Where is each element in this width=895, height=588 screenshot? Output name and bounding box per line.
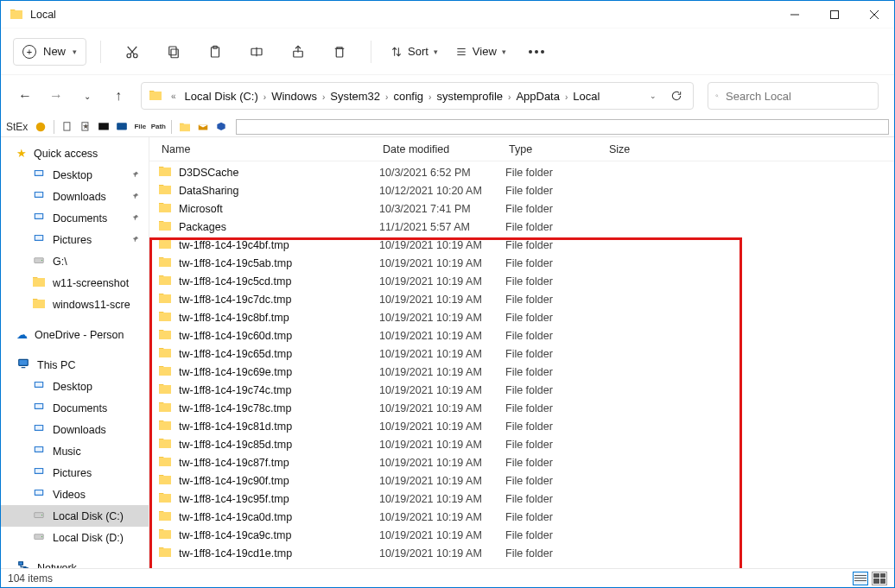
breadcrumb-item[interactable]: systemprofile (433, 90, 506, 103)
file-row[interactable]: tw-1ff8-1c4-19c87f.tmp10/19/2021 10:19 A… (149, 453, 894, 471)
close-button[interactable] (854, 1, 894, 28)
this-pc[interactable]: This PC (1, 354, 149, 376)
new-button[interactable]: + New ▾ (13, 38, 86, 66)
desktop-icon (32, 379, 46, 394)
sidebar-item[interactable]: Music (1, 440, 149, 462)
status-bar: 104 items (1, 568, 894, 587)
search-box[interactable] (708, 82, 879, 110)
box-icon[interactable] (214, 120, 228, 134)
more-button[interactable] (518, 38, 555, 66)
file-row[interactable]: tw-1ff8-1c4-19c7dc.tmp10/19/2021 10:19 A… (149, 290, 894, 308)
file-row[interactable]: tw-1ff8-1c4-19c8bf.tmp10/19/2021 10:19 A… (149, 308, 894, 326)
file-row[interactable]: Packages11/1/2021 5:57 AMFile folder (149, 218, 894, 236)
details-view-button[interactable] (853, 572, 868, 585)
documents-icon (32, 401, 46, 415)
history-chevron[interactable]: ⌄ (79, 87, 96, 104)
file-row[interactable]: tw-1ff8-1c4-19c5ab.tmp10/19/2021 10:19 A… (149, 254, 894, 272)
breadcrumb-item[interactable]: System32 (327, 90, 384, 103)
terminal-icon[interactable] (97, 120, 111, 134)
network[interactable]: Network (1, 557, 149, 568)
folder-icon (158, 509, 172, 524)
back-button[interactable]: ← (16, 87, 34, 104)
overflow-chevron-icon[interactable]: « (169, 92, 178, 101)
file-row[interactable]: tw-1ff8-1c4-19c95f.tmp10/19/2021 10:19 A… (149, 490, 894, 508)
file-row[interactable]: tw-1ff8-1c4-19cd1e.tmp10/19/2021 10:19 A… (149, 544, 894, 562)
breadcrumb-item[interactable]: AppData (512, 90, 563, 103)
file-row[interactable]: tw-1ff8-1c4-19c81d.tmp10/19/2021 10:19 A… (149, 417, 894, 435)
file-row[interactable]: tw-1ff8-1c4-19c60d.tmp10/19/2021 10:19 A… (149, 326, 894, 345)
file-row[interactable]: tw-1ff8-1c4-19c5cd.tmp10/19/2021 10:19 A… (149, 272, 894, 290)
breadcrumb-dropdown[interactable]: ⌄ (650, 92, 657, 100)
up-button[interactable]: ↑ (110, 87, 127, 104)
path-icon[interactable]: File (133, 120, 147, 134)
sidebar-item[interactable]: Downloads (1, 419, 149, 440)
quick-access[interactable]: ★ Quick access (1, 142, 149, 164)
copy-button[interactable] (156, 35, 191, 69)
sidebar-item[interactable]: windows11-scre (1, 294, 149, 315)
sidebar-item[interactable]: w11-screenshot (1, 272, 149, 294)
sidebar-item[interactable]: Pictures (1, 229, 149, 250)
file-row[interactable]: tw-1ff8-1c4-19c74c.tmp10/19/2021 10:19 A… (149, 381, 894, 399)
refresh-button[interactable] (665, 85, 688, 107)
folder-icon (158, 473, 172, 488)
column-date[interactable]: Date modified (379, 143, 505, 155)
sidebar-item[interactable]: Documents (1, 207, 149, 229)
file-row[interactable]: DataSharing10/12/2021 10:20 AMFile folde… (149, 181, 894, 199)
icons-view-button[interactable] (872, 572, 887, 585)
onedrive[interactable]: ☁ OneDrive - Person (1, 324, 149, 345)
column-type[interactable]: Type (505, 143, 606, 155)
file-icon[interactable] (60, 120, 74, 134)
sidebar-item[interactable]: Documents (1, 397, 149, 419)
ellipsis-icon (524, 50, 549, 54)
svg-rect-45 (35, 426, 42, 430)
file-row[interactable]: tw-1ff8-1c4-19c85d.tmp10/19/2021 10:19 A… (149, 435, 894, 453)
rename-button[interactable] (239, 35, 274, 69)
breadcrumb-item[interactable]: Windows (268, 90, 321, 103)
sidebar-item[interactable]: Downloads (1, 186, 149, 207)
copy-path-icon[interactable]: Path (151, 120, 165, 134)
star-file-icon[interactable]: ★ (79, 120, 92, 134)
file-row[interactable]: tw-1ff8-1c4-19c65d.tmp10/19/2021 10:19 A… (149, 345, 894, 363)
gear-icon[interactable] (34, 120, 48, 134)
sidebar-item[interactable]: Local Disk (C:) (1, 505, 149, 527)
file-row[interactable]: tw-1ff8-1c4-19c90f.tmp10/19/2021 10:19 A… (149, 471, 894, 490)
share-button[interactable] (281, 35, 315, 69)
file-row[interactable]: Microsoft10/3/2021 7:41 PMFile folder (149, 199, 894, 218)
file-row[interactable]: D3DSCache10/3/2021 6:52 PMFile folder (149, 163, 894, 181)
send-icon[interactable] (196, 120, 210, 134)
paste-button[interactable] (198, 35, 232, 69)
column-size[interactable]: Size (606, 143, 675, 155)
stex-path-input[interactable] (236, 119, 889, 135)
powershell-icon[interactable] (115, 120, 129, 134)
forward-button[interactable]: → (48, 87, 65, 104)
file-row[interactable]: tw-1ff8-1c4-19c69e.tmp10/19/2021 10:19 A… (149, 363, 894, 381)
folder-shortcut-icon[interactable] (178, 120, 192, 134)
folder-icon (158, 437, 172, 452)
svg-rect-9 (169, 47, 176, 55)
file-list[interactable]: D3DSCache10/3/2021 6:52 PMFile folderDat… (149, 161, 894, 566)
column-name[interactable]: Name (158, 143, 379, 155)
file-row[interactable]: tw-1ff8-1c4-19c78c.tmp10/19/2021 10:19 A… (149, 399, 894, 417)
breadcrumb-item[interactable]: config (390, 90, 427, 103)
breadcrumb-item[interactable]: Local Disk (C:) (181, 90, 262, 103)
breadcrumb[interactable]: « Local Disk (C:)›Windows›System32›confi… (141, 82, 694, 110)
sidebar-item[interactable]: Local Disk (D:) (1, 527, 149, 548)
minimize-button[interactable] (775, 1, 815, 28)
breadcrumb-item[interactable]: Local (569, 90, 603, 103)
file-row[interactable]: tw-1ff8-1c4-19c4bf.tmp10/19/2021 10:19 A… (149, 236, 894, 254)
view-button[interactable]: View ▾ (450, 38, 511, 66)
sort-button[interactable]: Sort ▾ (385, 38, 443, 66)
sidebar-item[interactable]: Desktop (1, 376, 149, 397)
search-icon (715, 90, 719, 102)
cut-button[interactable] (115, 35, 149, 69)
sidebar-item[interactable]: Desktop (1, 164, 149, 186)
maximize-button[interactable] (815, 1, 854, 28)
file-row[interactable]: tw-1ff8-1c4-19ca9c.tmp10/19/2021 10:19 A… (149, 526, 894, 544)
search-input[interactable] (726, 90, 871, 103)
delete-button[interactable] (322, 35, 357, 69)
sidebar-item[interactable]: Videos (1, 484, 149, 505)
sidebar-item[interactable]: Pictures (1, 462, 149, 484)
sidebar-item[interactable]: G:\ (1, 250, 149, 272)
svg-point-21 (36, 122, 46, 131)
file-row[interactable]: tw-1ff8-1c4-19ca0d.tmp10/19/2021 10:19 A… (149, 508, 894, 526)
